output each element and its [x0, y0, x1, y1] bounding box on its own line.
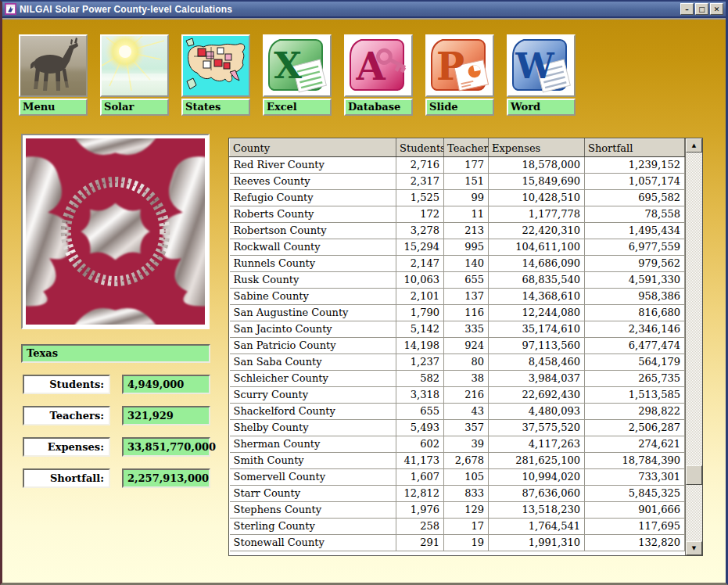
- value-cell: 1,790: [396, 305, 444, 321]
- table-row[interactable]: Sterling County258171,764,541117,695: [230, 519, 685, 535]
- value-cell: 5,845,325: [585, 486, 685, 502]
- table-row[interactable]: Sherman County602394,117,263274,621: [230, 436, 685, 453]
- value-cell: 5,142: [396, 321, 444, 338]
- table-row[interactable]: Rusk County10,06365568,835,5404,591,330: [230, 272, 685, 289]
- column-header-expenses: Expenses: [489, 139, 585, 157]
- value-cell: 1,764,541: [489, 519, 585, 535]
- value-cell: 22,692,430: [489, 387, 585, 404]
- value-cell: 4,591,330: [585, 272, 685, 289]
- county-cell: Reeves County: [230, 174, 396, 190]
- county-cell: Robertson County: [230, 223, 396, 239]
- value-cell: 2,506,287: [585, 420, 685, 436]
- value-cell: 35,174,610: [489, 321, 585, 338]
- county-table-body: Red River County2,71617718,578,0001,239,…: [230, 157, 685, 551]
- maximize-button[interactable]: □: [695, 3, 708, 15]
- table-row[interactable]: Sabine County2,10113714,368,610958,386: [230, 289, 685, 305]
- teachers-field[interactable]: 321,929: [122, 406, 210, 425]
- value-cell: 2,716: [396, 157, 444, 174]
- toolbar-button-label: Excel: [263, 99, 332, 116]
- value-cell: 833: [444, 486, 489, 502]
- column-header-teachers: Teachers: [444, 139, 489, 157]
- value-cell: 14,198: [396, 338, 444, 354]
- value-cell: 4,480,093: [489, 404, 585, 420]
- value-cell: 5,493: [396, 420, 444, 436]
- main-form: Menu Solar States: [2, 20, 726, 583]
- table-row[interactable]: Runnels County2,14714014,686,090979,562: [230, 256, 685, 272]
- table-row[interactable]: San Jacinto County5,14233535,174,6102,34…: [230, 321, 685, 338]
- value-cell: 281,625,100: [489, 453, 585, 469]
- table-row[interactable]: Robertson County3,27821322,420,3101,495,…: [230, 223, 685, 239]
- county-cell: Somervell County: [230, 469, 396, 486]
- county-cell: San Jacinto County: [230, 321, 396, 338]
- students-label: Students:: [23, 375, 110, 394]
- toolbar-button-label: Word: [507, 99, 576, 116]
- state-name-field[interactable]: Texas: [21, 344, 210, 363]
- table-row[interactable]: Roberts County172111,177,77878,558: [230, 206, 685, 223]
- table-row[interactable]: San Patricio County14,19892497,113,5606,…: [230, 338, 685, 354]
- table-row[interactable]: Starr County12,81283387,636,0605,845,325: [230, 486, 685, 502]
- shortfall-field[interactable]: 2,257,913,000: [122, 468, 210, 488]
- table-row[interactable]: Shackelford County655434,480,093298,822: [230, 404, 685, 420]
- expenses-field[interactable]: 33,851,770,000: [122, 437, 210, 457]
- county-cell: San Saba County: [230, 354, 396, 371]
- students-field[interactable]: 4,949,000: [122, 375, 210, 394]
- value-cell: 582: [396, 371, 444, 387]
- value-cell: 1,495,434: [585, 223, 685, 239]
- table-row[interactable]: Refugio County1,5259910,428,510695,582: [230, 190, 685, 206]
- county-cell: Red River County: [230, 157, 396, 174]
- toolbar-button-slide[interactable]: PSlide: [425, 34, 494, 116]
- table-row[interactable]: Stephens County1,97612913,518,230901,666: [230, 502, 685, 519]
- vertical-scrollbar[interactable]: ▲ ▼: [685, 138, 702, 555]
- value-cell: 265,735: [585, 371, 685, 387]
- table-row[interactable]: Smith County41,1732,678281,625,10018,784…: [230, 453, 685, 469]
- county-cell: Scurry County: [230, 387, 396, 404]
- value-cell: 695,582: [585, 190, 685, 206]
- value-cell: 104,611,100: [489, 239, 585, 256]
- column-header-students: Students: [396, 139, 444, 157]
- value-cell: 2,678: [444, 453, 489, 469]
- value-cell: 258: [396, 519, 444, 535]
- county-cell: Sherman County: [230, 436, 396, 453]
- table-row[interactable]: Shelby County5,49335737,575,5202,506,287: [230, 420, 685, 436]
- toolbar-button-word[interactable]: WWord: [507, 34, 576, 116]
- toolbar-button-states[interactable]: States: [181, 34, 250, 116]
- county-cell: Starr County: [230, 486, 396, 502]
- scrollbar-thumb[interactable]: [686, 465, 702, 485]
- toolbar-button-excel[interactable]: XExcel: [263, 34, 332, 116]
- value-cell: 1,513,585: [585, 387, 685, 404]
- table-row[interactable]: Schleicher County582383,984,037265,735: [230, 371, 685, 387]
- table-row[interactable]: Reeves County2,31715115,849,6901,057,174: [230, 174, 685, 190]
- table-row[interactable]: San Saba County1,237808,458,460564,179: [230, 354, 685, 371]
- titlebar: NILGAI Solar Power County-level Calculat…: [2, 2, 726, 18]
- value-cell: 10,994,020: [489, 469, 585, 486]
- value-cell: 17: [444, 519, 489, 535]
- value-cell: 14,368,610: [489, 289, 585, 305]
- value-cell: 958,386: [585, 289, 685, 305]
- value-cell: 655: [444, 272, 489, 289]
- table-row[interactable]: Scurry County3,31821622,692,4301,513,585: [230, 387, 685, 404]
- sun-icon: [100, 34, 169, 97]
- toolbar-button-label: Database: [344, 99, 413, 116]
- value-cell: 816,680: [585, 305, 685, 321]
- minimize-button[interactable]: –: [680, 3, 694, 15]
- county-data-grid: County Students Teachers Expenses Shortf…: [228, 138, 703, 556]
- toolbar-button-menu[interactable]: Menu: [19, 34, 88, 116]
- table-row[interactable]: San Augustine County1,79011612,244,08081…: [230, 305, 685, 321]
- value-cell: 924: [444, 338, 489, 354]
- table-row[interactable]: Stonewall County291191,991,310132,820: [230, 535, 685, 551]
- close-button[interactable]: ✕: [710, 3, 723, 15]
- table-row[interactable]: Somervell County1,60710510,994,020733,30…: [230, 469, 685, 486]
- scroll-up-icon[interactable]: ▲: [686, 138, 702, 153]
- toolbar-button-database[interactable]: ADatabase: [344, 34, 413, 116]
- fractal-art-image: [26, 138, 205, 325]
- value-cell: 15,294: [396, 239, 444, 256]
- value-cell: 117,695: [585, 519, 685, 535]
- value-cell: 6,477,474: [585, 338, 685, 354]
- scroll-down-icon[interactable]: ▼: [686, 541, 702, 555]
- value-cell: 291: [396, 535, 444, 551]
- toolbar-button-solar[interactable]: Solar: [100, 34, 169, 116]
- table-row[interactable]: Red River County2,71617718,578,0001,239,…: [230, 157, 685, 174]
- table-row[interactable]: Rockwall County15,294995104,611,1006,977…: [230, 239, 685, 256]
- window-title: NILGAI Solar Power County-level Calculat…: [20, 4, 677, 15]
- value-cell: 10,063: [396, 272, 444, 289]
